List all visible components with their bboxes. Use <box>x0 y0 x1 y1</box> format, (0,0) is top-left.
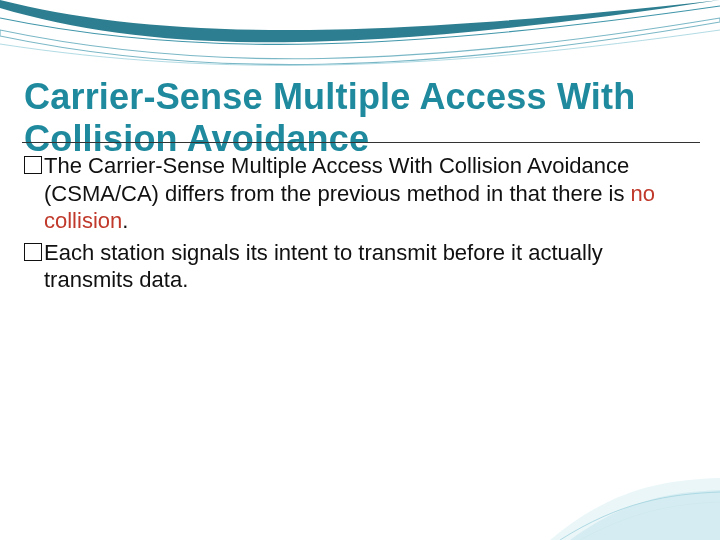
corner-decoration <box>550 430 720 540</box>
bullet-text-pre: Each station signals its intent to trans… <box>44 240 603 293</box>
bullet-text: Each station signals its intent to trans… <box>44 239 690 294</box>
bullet-text-pre: The Carrier-Sense Multiple Access With C… <box>44 153 631 206</box>
bullet-text: The Carrier-Sense Multiple Access With C… <box>44 152 690 235</box>
body-text: The Carrier-Sense Multiple Access With C… <box>24 152 690 298</box>
square-bullet-icon <box>24 243 42 261</box>
bullet-item: The Carrier-Sense Multiple Access With C… <box>24 152 690 235</box>
slide-title: Carrier-Sense Multiple Access With Colli… <box>24 76 696 159</box>
slide: Carrier-Sense Multiple Access With Colli… <box>0 0 720 540</box>
bullet-text-post: . <box>122 208 128 233</box>
square-bullet-icon <box>24 156 42 174</box>
bullet-item: Each station signals its intent to trans… <box>24 239 690 294</box>
swoosh-decoration <box>0 0 720 80</box>
title-underline <box>22 142 700 143</box>
